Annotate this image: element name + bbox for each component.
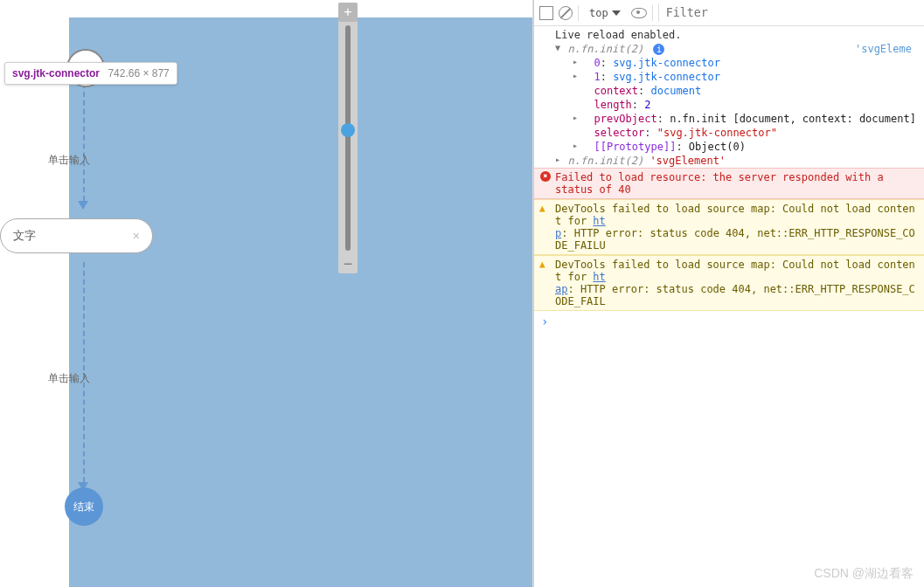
- log-prop: context: document: [534, 84, 924, 98]
- close-icon[interactable]: ×: [133, 229, 140, 243]
- log-prop[interactable]: ▸ [[Prototype]]: Object(0): [534, 140, 924, 154]
- console-prompt[interactable]: ›: [534, 311, 924, 332]
- connector-label[interactable]: 单击输入: [48, 371, 90, 386]
- connector-line: [83, 83, 85, 201]
- end-node-label: 结束: [73, 500, 94, 514]
- zoom-in-button[interactable]: +: [338, 3, 358, 22]
- context-selector[interactable]: top: [584, 6, 626, 20]
- end-node[interactable]: 结束: [65, 487, 103, 526]
- zoom-out-button[interactable]: −: [338, 254, 358, 273]
- connector-label[interactable]: 单击输入: [48, 153, 90, 168]
- devtools-panel: top Live reload enabled. ▼ n.fn.init(2) …: [533, 0, 924, 587]
- tooltip-dimensions: 742.66 × 877: [108, 67, 169, 79]
- flow-canvas[interactable]: svg.jtk-connector 742.66 × 877 单击输入 文字 ×…: [0, 0, 533, 587]
- info-icon[interactable]: i: [653, 44, 664, 55]
- element-tooltip: svg.jtk-connector 742.66 × 877: [4, 62, 177, 85]
- log-prop[interactable]: ▸ 0: svg.jtk-connector: [534, 56, 924, 70]
- clear-console-icon[interactable]: [559, 6, 573, 20]
- sidebar-toggle-icon[interactable]: [539, 6, 553, 20]
- zoom-thumb[interactable]: [341, 123, 355, 137]
- zoom-slider[interactable]: + −: [338, 3, 358, 273]
- console-warning[interactable]: DevTools failed to load source map: Coul…: [534, 255, 924, 311]
- console-log[interactable]: Live reload enabled. ▼ n.fn.init(2) i 's…: [534, 26, 924, 587]
- context-label: top: [589, 7, 608, 19]
- filter-input[interactable]: [658, 3, 919, 22]
- separator: [652, 5, 653, 21]
- log-prop[interactable]: ▸ 1: svg.jtk-connector: [534, 70, 924, 84]
- log-source[interactable]: 'svgEleme: [855, 43, 912, 55]
- chevron-down-icon: [612, 10, 621, 16]
- log-object[interactable]: ▼ n.fn.init(2) i 'svgEleme: [534, 42, 924, 56]
- log-line: Live reload enabled.: [534, 28, 924, 42]
- expand-icon[interactable]: ▸: [555, 155, 560, 164]
- zoom-track[interactable]: [345, 25, 351, 251]
- log-object[interactable]: ▸ n.fn.init(2) 'svgElement': [534, 154, 924, 168]
- separator: [578, 5, 579, 21]
- console-error[interactable]: Failed to load resource: the server resp…: [534, 168, 924, 199]
- text-node[interactable]: 文字 ×: [0, 218, 153, 253]
- console-warning[interactable]: DevTools failed to load source map: Coul…: [534, 199, 924, 255]
- log-prop: length: 2: [534, 98, 924, 112]
- live-expression-icon[interactable]: [631, 8, 647, 18]
- console-toolbar: top: [534, 0, 924, 26]
- arrow-down-icon: [78, 201, 88, 210]
- expand-icon[interactable]: ▼: [555, 43, 560, 52]
- tooltip-selector: svg.jtk-connector: [12, 67, 100, 79]
- selection-overlay: [69, 17, 532, 587]
- text-node-label: 文字: [13, 228, 36, 244]
- log-prop: selector: "svg.jtk-connector": [534, 126, 924, 140]
- log-prop[interactable]: ▸ prevObject: n.fn.init [document, conte…: [534, 112, 924, 126]
